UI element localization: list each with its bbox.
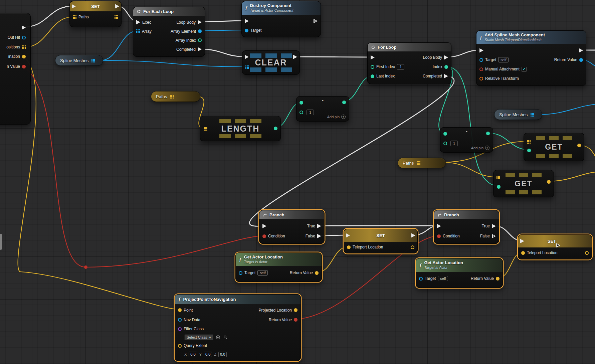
false-pin[interactable] xyxy=(317,234,321,238)
teleport-location-output-pin[interactable] xyxy=(585,251,589,255)
node-array-get-2[interactable]: GET xyxy=(493,170,554,197)
target-array-pin[interactable] xyxy=(497,176,500,179)
node-get-actor-location-1[interactable]: ƒ Get Actor Location Target is Actor Tar… xyxy=(235,252,322,282)
target-pin[interactable] xyxy=(245,29,248,32)
return-value-pin[interactable] xyxy=(22,65,26,68)
node-header[interactable]: ƒ Destroy Component Target is Actor Comp… xyxy=(242,1,321,15)
exec-out-pin[interactable] xyxy=(579,48,583,53)
node-get-actor-location-2[interactable]: ƒ Get Actor Location Target is Actor Tar… xyxy=(416,258,503,288)
node-set-teleport-location-1[interactable]: SET Teleport Location xyxy=(344,229,418,253)
nav-data-pin[interactable] xyxy=(178,318,182,322)
node-int-subtract-1[interactable]: - 1 Add pin + xyxy=(296,96,349,122)
query-extent-y-input[interactable]: 0.0 xyxy=(204,352,212,357)
paths-input-pin[interactable] xyxy=(73,15,76,19)
target-self-tag[interactable]: self xyxy=(498,57,509,62)
node-add-spline-mesh-component[interactable]: ƒ Add Spline Mesh Component Static Mesh … xyxy=(476,30,586,86)
node-header[interactable]: ƒ ProjectPointToNavigation xyxy=(175,295,301,304)
target-self-tag[interactable]: self xyxy=(257,270,268,276)
node-project-point-to-navigation[interactable]: ƒ ProjectPointToNavigation Point Project… xyxy=(175,294,301,361)
operand-b-pin[interactable] xyxy=(300,111,303,114)
node-header[interactable]: SET xyxy=(70,1,121,11)
result-pin[interactable] xyxy=(486,132,490,135)
node-header[interactable]: ƒ Add Spline Mesh Component Static Mesh … xyxy=(476,31,586,44)
node-array-clear[interactable]: CLEAR xyxy=(242,50,300,75)
exec-in-pin[interactable] xyxy=(72,4,76,9)
exec-in-pin[interactable] xyxy=(437,224,441,228)
node-header[interactable]: For Each Loop xyxy=(133,7,205,16)
condition-pin[interactable] xyxy=(437,234,441,238)
operand-b-pin[interactable] xyxy=(443,142,447,145)
return-value-pin[interactable] xyxy=(315,271,319,275)
element-output-pin[interactable] xyxy=(577,144,581,147)
first-index-input[interactable]: 1 xyxy=(397,64,404,70)
exec-in-pin[interactable] xyxy=(346,233,350,238)
node-destroy-component[interactable]: ƒ Destroy Component Target is Actor Comp… xyxy=(241,1,321,37)
node-for-each-loop[interactable]: For Each Loop Exec Loop Body Array Array… xyxy=(133,7,205,57)
browse-search-icon[interactable] xyxy=(223,335,228,340)
node-int-subtract-2[interactable]: - 1 Add pin + xyxy=(440,127,493,153)
projected-location-pin[interactable] xyxy=(294,308,298,312)
add-pin-button[interactable]: Add pin + xyxy=(471,146,489,150)
index-pin[interactable] xyxy=(444,65,448,69)
node-header[interactable]: For Loop xyxy=(368,43,451,51)
true-pin[interactable] xyxy=(317,224,321,228)
operand-a-pin[interactable] xyxy=(300,101,303,105)
var-pill-paths-2[interactable]: Paths xyxy=(398,158,446,168)
exec-in-pin[interactable] xyxy=(520,239,524,243)
spline-meshes-output-pin[interactable] xyxy=(531,113,534,117)
exec-in-pin[interactable] xyxy=(136,20,140,24)
var-pill-spline-meshes-2[interactable]: Spline Meshes xyxy=(494,109,542,120)
completed-pin[interactable] xyxy=(444,74,448,78)
target-array-pin[interactable] xyxy=(204,127,207,131)
operand-b-input[interactable]: 1 xyxy=(450,141,458,146)
blueprint-graph-canvas[interactable]: Out Hit ositions ination n Value SET Pat… xyxy=(0,0,595,364)
paths-output-pin[interactable] xyxy=(115,15,118,19)
target-self-tag[interactable]: self xyxy=(438,276,448,281)
array-element-pin[interactable] xyxy=(198,29,202,33)
result-pin[interactable] xyxy=(342,101,346,104)
query-extent-pin[interactable] xyxy=(178,344,182,348)
index-pin[interactable] xyxy=(527,149,531,152)
query-extent-x-input[interactable]: 0.0 xyxy=(189,352,197,357)
node-header[interactable]: ƒ Get Actor Location Target is Actor xyxy=(416,258,503,272)
node-partial-left[interactable]: Out Hit ositions ination n Value xyxy=(0,13,31,125)
exec-out-pin[interactable] xyxy=(115,4,119,9)
operand-b-input[interactable]: 1 xyxy=(307,110,314,115)
var-pill-paths-1[interactable]: Paths xyxy=(151,91,200,102)
node-set-paths[interactable]: SET Paths xyxy=(69,1,122,27)
node-header[interactable]: ƒ Get Actor Location Target is Actor xyxy=(236,253,322,266)
node-array-length[interactable]: LENGTH xyxy=(200,116,281,141)
node-array-get-1[interactable]: GET xyxy=(524,133,584,161)
paths-output-pin[interactable] xyxy=(170,95,174,99)
exec-in-pin[interactable] xyxy=(245,19,249,23)
var-pill-spline-meshes-1[interactable]: Spline Meshes xyxy=(55,55,103,66)
exec-out-pin[interactable] xyxy=(556,243,560,247)
exec-in-pin[interactable] xyxy=(479,48,483,53)
exec-in-pin[interactable] xyxy=(262,224,266,228)
node-header[interactable]: SET xyxy=(518,235,592,247)
node-branch-2[interactable]: Branch True Condition False xyxy=(434,210,499,244)
target-pin[interactable] xyxy=(419,277,423,281)
node-header[interactable]: Branch xyxy=(259,210,324,219)
completed-pin[interactable] xyxy=(198,47,202,51)
target-array-pin[interactable] xyxy=(527,140,531,144)
node-header[interactable]: Branch xyxy=(434,210,499,219)
out-hit-pin[interactable] xyxy=(22,36,26,39)
manual-attachment-pin[interactable] xyxy=(479,67,483,71)
manual-attachment-checkbox[interactable]: ✓ xyxy=(522,67,527,72)
array-index-pin[interactable] xyxy=(198,38,202,42)
exec-out-pin[interactable] xyxy=(411,233,415,238)
length-output-pin[interactable] xyxy=(274,127,277,130)
condition-pin[interactable] xyxy=(262,234,266,238)
point-pin[interactable] xyxy=(178,308,182,312)
loop-body-pin[interactable] xyxy=(444,55,448,60)
true-pin[interactable] xyxy=(492,224,496,228)
graph-scrollbar-thumb[interactable] xyxy=(0,234,2,250)
node-header[interactable]: SET xyxy=(344,229,417,242)
node-branch-1[interactable]: Branch True Condition False xyxy=(259,210,325,244)
loop-body-pin[interactable] xyxy=(198,20,202,24)
filter-class-pin[interactable] xyxy=(178,327,182,331)
select-class-dropdown[interactable]: Select Class ▾ xyxy=(184,334,213,340)
target-array-pin[interactable] xyxy=(245,65,249,69)
paths-output-pin[interactable] xyxy=(417,161,420,165)
